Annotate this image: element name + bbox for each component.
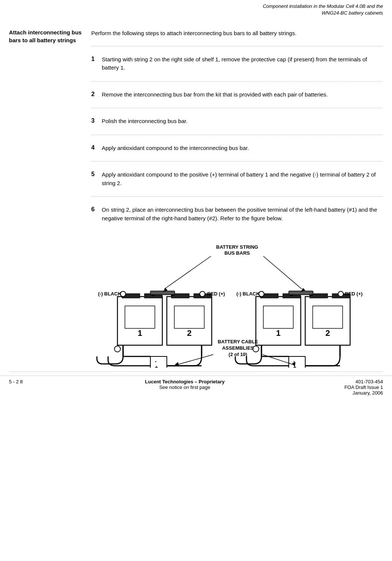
svg-text:RED (+): RED (+): [207, 291, 225, 297]
svg-text:(-) BLACK: (-) BLACK: [236, 291, 260, 297]
battery-diagram: 1 2: [95, 233, 379, 368]
step-5: 5 Apply antioxidant compound to the posi…: [91, 167, 383, 191]
footer: 5 - 2 8 Lucent Technologies – Proprietar…: [0, 375, 392, 399]
svg-text:-: -: [155, 358, 157, 364]
header-line1: Component installation in the Modular Ce…: [263, 3, 383, 9]
step-1-text: Starting with string 2 on the right side…: [102, 55, 383, 72]
svg-text:BUS BARS: BUS BARS: [224, 250, 250, 256]
step-4: 4 Apply antioxidant compound to the inte…: [91, 140, 383, 156]
step-1: 1 Starting with string 2 on the right si…: [91, 52, 383, 76]
svg-text:1: 1: [276, 328, 281, 338]
step-6-num: 6: [91, 206, 102, 223]
step-2-num: 2: [91, 91, 102, 99]
svg-point-36: [259, 291, 264, 297]
section-title: Attach interconnecting bus bars to all b…: [9, 28, 84, 44]
svg-text:1: 1: [138, 328, 142, 338]
step-3-num: 3: [91, 117, 102, 126]
svg-rect-6: [174, 306, 204, 328]
svg-text:2: 2: [325, 328, 330, 338]
header: Component installation in the Modular Ce…: [0, 0, 392, 18]
step-4-text: Apply antioxidant compound to the interc…: [102, 144, 383, 153]
svg-text:(2 of 10): (2 of 10): [229, 352, 247, 357]
svg-text:RED (+): RED (+): [345, 291, 362, 297]
step-5-text: Apply antioxidant compound to the positi…: [102, 171, 383, 187]
svg-text:BATTERY CABLE: BATTERY CABLE: [218, 339, 258, 344]
svg-point-13: [200, 291, 205, 297]
footer-date: January, 2006: [316, 390, 383, 396]
svg-rect-1: [125, 306, 155, 328]
step-3-text: Polish the interconnecting bus bar.: [102, 117, 383, 126]
step-6-text: On string 2, place an interconnecting bu…: [102, 206, 383, 223]
footer-company: Lucent Technologies – Proprietary: [54, 379, 316, 384]
svg-point-43: [253, 346, 259, 352]
step-1-num: 1: [91, 55, 102, 72]
svg-rect-27: [263, 306, 293, 328]
footer-doc-num: 401-703-454: [316, 379, 383, 384]
svg-text:(-) BLACK: (-) BLACK: [98, 291, 122, 297]
svg-point-10: [120, 291, 126, 297]
svg-point-17: [114, 346, 120, 352]
svg-line-54: [164, 256, 211, 289]
step-2-text: Remove the interconnecting bus bar from …: [102, 91, 383, 99]
footer-issue: FOA Draft Issue 1: [316, 384, 383, 390]
svg-rect-32: [313, 306, 343, 328]
svg-point-39: [338, 291, 343, 297]
svg-text:2: 2: [187, 328, 192, 338]
svg-rect-14: [150, 291, 175, 295]
svg-text:BATTERY STRING: BATTERY STRING: [216, 244, 258, 250]
svg-line-56: [263, 256, 302, 289]
svg-rect-40: [289, 291, 313, 295]
footer-notice: See notice on first page: [54, 384, 316, 390]
svg-line-61: [177, 355, 213, 365]
diagram: 1 2: [91, 233, 383, 368]
step-2: 2 Remove the interconnecting bus bar fro…: [91, 87, 383, 103]
header-line2: WNG24-BC battery cabinets: [322, 10, 383, 16]
intro-text: Perform the following steps to attach in…: [91, 25, 383, 41]
svg-rect-44: [289, 356, 305, 368]
footer-page: 5 - 2 8: [9, 379, 23, 384]
step-5-num: 5: [91, 171, 102, 187]
step-3: 3 Polish the interconnecting bus bar.: [91, 113, 383, 129]
svg-text:+: +: [155, 364, 158, 368]
svg-text:ASSEMBLIES: ASSEMBLIES: [222, 345, 254, 351]
step-6: 6 On string 2, place an interconnecting …: [91, 202, 383, 226]
svg-rect-18: [150, 356, 167, 368]
step-4-num: 4: [91, 144, 102, 153]
